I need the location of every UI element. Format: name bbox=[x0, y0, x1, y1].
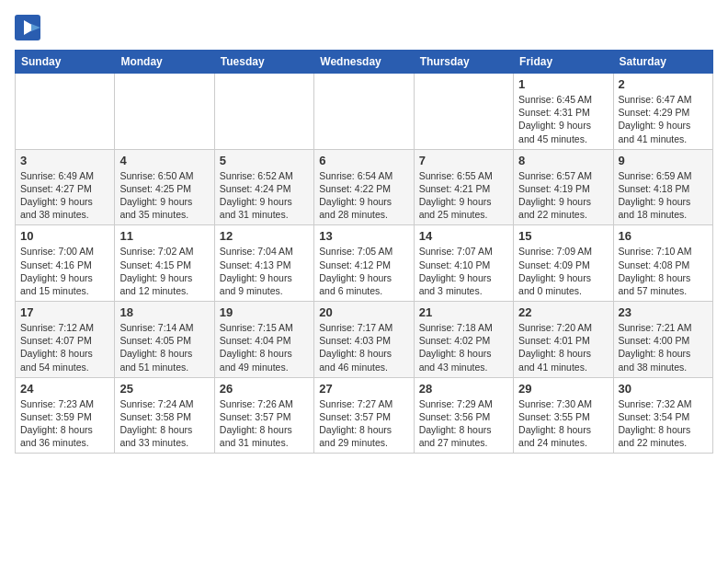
day-cell: 26Sunrise: 7:26 AM Sunset: 3:57 PM Dayli… bbox=[214, 377, 313, 454]
day-cell: 7Sunrise: 6:55 AM Sunset: 4:21 PM Daylig… bbox=[414, 149, 513, 225]
day-info: Sunrise: 6:54 AM Sunset: 4:22 PM Dayligh… bbox=[319, 169, 408, 222]
header-cell-wednesday: Wednesday bbox=[314, 51, 414, 74]
day-info: Sunrise: 7:26 AM Sunset: 3:57 PM Dayligh… bbox=[220, 397, 309, 450]
day-info: Sunrise: 7:07 AM Sunset: 4:10 PM Dayligh… bbox=[419, 245, 508, 297]
day-cell: 19Sunrise: 7:15 AM Sunset: 4:04 PM Dayli… bbox=[214, 302, 313, 378]
day-number: 1 bbox=[518, 77, 608, 91]
day-info: Sunrise: 7:18 AM Sunset: 4:02 PM Dayligh… bbox=[419, 321, 508, 373]
day-info: Sunrise: 6:55 AM Sunset: 4:21 PM Dayligh… bbox=[419, 169, 508, 222]
day-cell bbox=[16, 74, 115, 150]
day-info: Sunrise: 7:00 AM Sunset: 4:16 PM Dayligh… bbox=[20, 245, 109, 297]
week-row-3: 17Sunrise: 7:12 AM Sunset: 4:07 PM Dayli… bbox=[16, 302, 713, 378]
day-number: 10 bbox=[20, 229, 109, 243]
week-row-0: 1Sunrise: 6:45 AM Sunset: 4:31 PM Daylig… bbox=[16, 74, 713, 150]
day-number: 7 bbox=[419, 154, 508, 167]
day-info: Sunrise: 7:29 AM Sunset: 3:56 PM Dayligh… bbox=[419, 397, 508, 450]
day-cell bbox=[115, 74, 214, 150]
day-number: 29 bbox=[518, 382, 608, 396]
day-cell: 3Sunrise: 6:49 AM Sunset: 4:27 PM Daylig… bbox=[16, 149, 115, 225]
header-cell-monday: Monday bbox=[115, 51, 214, 74]
day-info: Sunrise: 7:32 AM Sunset: 3:54 PM Dayligh… bbox=[619, 397, 708, 450]
day-info: Sunrise: 7:09 AM Sunset: 4:09 PM Dayligh… bbox=[518, 245, 608, 297]
day-info: Sunrise: 7:17 AM Sunset: 4:03 PM Dayligh… bbox=[319, 321, 408, 373]
logo-icon bbox=[15, 15, 40, 40]
week-row-2: 10Sunrise: 7:00 AM Sunset: 4:16 PM Dayli… bbox=[16, 225, 713, 302]
day-cell bbox=[314, 74, 414, 150]
day-cell: 23Sunrise: 7:21 AM Sunset: 4:00 PM Dayli… bbox=[613, 302, 712, 378]
day-info: Sunrise: 7:30 AM Sunset: 3:55 PM Dayligh… bbox=[518, 397, 608, 450]
day-number: 2 bbox=[619, 77, 708, 91]
day-number: 9 bbox=[619, 154, 708, 167]
day-cell: 20Sunrise: 7:17 AM Sunset: 4:03 PM Dayli… bbox=[314, 302, 414, 378]
day-cell: 10Sunrise: 7:00 AM Sunset: 4:16 PM Dayli… bbox=[16, 225, 115, 302]
day-number: 15 bbox=[518, 229, 608, 243]
day-number: 5 bbox=[220, 154, 309, 167]
day-cell: 29Sunrise: 7:30 AM Sunset: 3:55 PM Dayli… bbox=[514, 377, 613, 454]
day-cell: 11Sunrise: 7:02 AM Sunset: 4:15 PM Dayli… bbox=[115, 225, 214, 302]
day-info: Sunrise: 6:45 AM Sunset: 4:31 PM Dayligh… bbox=[518, 93, 608, 145]
day-cell: 8Sunrise: 6:57 AM Sunset: 4:19 PM Daylig… bbox=[514, 149, 613, 225]
header-cell-saturday: Saturday bbox=[613, 51, 712, 74]
day-number: 13 bbox=[319, 229, 408, 243]
day-cell: 6Sunrise: 6:54 AM Sunset: 4:22 PM Daylig… bbox=[314, 149, 414, 225]
day-number: 17 bbox=[20, 305, 109, 319]
day-cell: 22Sunrise: 7:20 AM Sunset: 4:01 PM Dayli… bbox=[514, 302, 613, 378]
day-number: 8 bbox=[518, 154, 608, 167]
day-cell: 18Sunrise: 7:14 AM Sunset: 4:05 PM Dayli… bbox=[115, 302, 214, 378]
day-number: 28 bbox=[419, 382, 508, 396]
day-cell: 15Sunrise: 7:09 AM Sunset: 4:09 PM Dayli… bbox=[514, 225, 613, 302]
day-number: 3 bbox=[20, 154, 109, 167]
day-number: 24 bbox=[20, 382, 109, 396]
day-number: 12 bbox=[220, 229, 309, 243]
day-number: 11 bbox=[119, 229, 209, 243]
calendar-table: SundayMondayTuesdayWednesdayThursdayFrid… bbox=[15, 50, 713, 454]
day-info: Sunrise: 6:50 AM Sunset: 4:25 PM Dayligh… bbox=[119, 169, 209, 222]
week-row-1: 3Sunrise: 6:49 AM Sunset: 4:27 PM Daylig… bbox=[16, 149, 713, 225]
header-cell-sunday: Sunday bbox=[16, 51, 115, 74]
day-cell bbox=[214, 74, 313, 150]
day-number: 25 bbox=[119, 382, 209, 396]
day-number: 22 bbox=[518, 305, 608, 319]
day-cell: 5Sunrise: 6:52 AM Sunset: 4:24 PM Daylig… bbox=[214, 149, 313, 225]
day-cell: 2Sunrise: 6:47 AM Sunset: 4:29 PM Daylig… bbox=[613, 74, 712, 150]
day-cell: 21Sunrise: 7:18 AM Sunset: 4:02 PM Dayli… bbox=[414, 302, 513, 378]
day-info: Sunrise: 7:04 AM Sunset: 4:13 PM Dayligh… bbox=[220, 245, 309, 297]
day-cell: 28Sunrise: 7:29 AM Sunset: 3:56 PM Dayli… bbox=[414, 377, 513, 454]
day-cell: 1Sunrise: 6:45 AM Sunset: 4:31 PM Daylig… bbox=[514, 74, 613, 150]
day-cell: 9Sunrise: 6:59 AM Sunset: 4:18 PM Daylig… bbox=[613, 149, 712, 225]
day-cell: 25Sunrise: 7:24 AM Sunset: 3:58 PM Dayli… bbox=[115, 377, 214, 454]
header-row: SundayMondayTuesdayWednesdayThursdayFrid… bbox=[16, 51, 713, 74]
day-cell bbox=[414, 74, 513, 150]
day-number: 18 bbox=[119, 305, 209, 319]
day-info: Sunrise: 6:52 AM Sunset: 4:24 PM Dayligh… bbox=[220, 169, 309, 222]
day-cell: 27Sunrise: 7:27 AM Sunset: 3:57 PM Dayli… bbox=[314, 377, 414, 454]
day-cell: 16Sunrise: 7:10 AM Sunset: 4:08 PM Dayli… bbox=[613, 225, 712, 302]
logo bbox=[15, 15, 44, 40]
day-number: 20 bbox=[319, 305, 408, 319]
day-info: Sunrise: 7:20 AM Sunset: 4:01 PM Dayligh… bbox=[518, 321, 608, 373]
day-info: Sunrise: 7:21 AM Sunset: 4:00 PM Dayligh… bbox=[619, 321, 708, 373]
day-info: Sunrise: 7:15 AM Sunset: 4:04 PM Dayligh… bbox=[220, 321, 309, 373]
day-info: Sunrise: 7:10 AM Sunset: 4:08 PM Dayligh… bbox=[619, 245, 708, 297]
day-cell: 13Sunrise: 7:05 AM Sunset: 4:12 PM Dayli… bbox=[314, 225, 414, 302]
day-info: Sunrise: 7:27 AM Sunset: 3:57 PM Dayligh… bbox=[319, 397, 408, 450]
day-info: Sunrise: 6:57 AM Sunset: 4:19 PM Dayligh… bbox=[518, 169, 608, 222]
day-number: 4 bbox=[119, 154, 209, 167]
day-cell: 4Sunrise: 6:50 AM Sunset: 4:25 PM Daylig… bbox=[115, 149, 214, 225]
day-number: 30 bbox=[619, 382, 708, 396]
day-info: Sunrise: 7:02 AM Sunset: 4:15 PM Dayligh… bbox=[119, 245, 209, 297]
header-cell-thursday: Thursday bbox=[414, 51, 513, 74]
day-number: 14 bbox=[419, 229, 508, 243]
day-number: 6 bbox=[319, 154, 408, 167]
day-info: Sunrise: 7:24 AM Sunset: 3:58 PM Dayligh… bbox=[119, 397, 209, 450]
day-cell: 14Sunrise: 7:07 AM Sunset: 4:10 PM Dayli… bbox=[414, 225, 513, 302]
header bbox=[15, 15, 713, 40]
day-number: 26 bbox=[220, 382, 309, 396]
day-info: Sunrise: 7:14 AM Sunset: 4:05 PM Dayligh… bbox=[119, 321, 209, 373]
day-cell: 17Sunrise: 7:12 AM Sunset: 4:07 PM Dayli… bbox=[16, 302, 115, 378]
day-info: Sunrise: 6:59 AM Sunset: 4:18 PM Dayligh… bbox=[619, 169, 708, 222]
day-number: 19 bbox=[220, 305, 309, 319]
day-info: Sunrise: 7:23 AM Sunset: 3:59 PM Dayligh… bbox=[20, 397, 109, 450]
day-cell: 12Sunrise: 7:04 AM Sunset: 4:13 PM Dayli… bbox=[214, 225, 313, 302]
day-cell: 30Sunrise: 7:32 AM Sunset: 3:54 PM Dayli… bbox=[613, 377, 712, 454]
